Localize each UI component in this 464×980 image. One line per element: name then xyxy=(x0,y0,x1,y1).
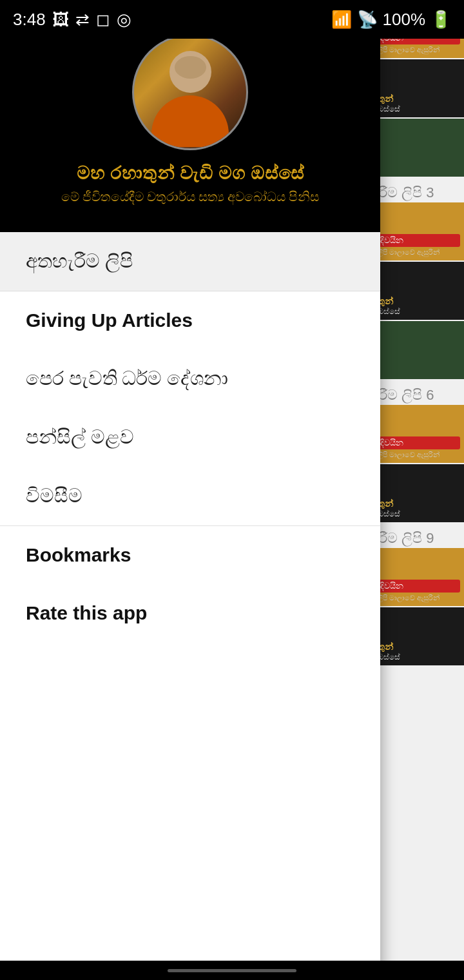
status-left: 3:48 🖼 ⇄ ◻ ◎ xyxy=(13,10,131,30)
drawer-title: මහ රහාතුන් වැඩි මග ඔස්සේ xyxy=(77,163,304,184)
menu-item-giving-up-label: Giving Up Articles xyxy=(26,309,193,331)
peek-text-5a: තුන් xyxy=(378,296,460,307)
peek-card-9: දිවයින ලිපි මාලාවේ ඇසුරින් xyxy=(374,548,464,606)
peek-card-2: තුන් ඔස්සේ xyxy=(374,59,464,117)
peek-sub-4: ලිපි මාලාවේ ඇසුරින් xyxy=(378,248,460,257)
peek-text-10a: තුන් xyxy=(378,642,460,652)
number-label-6: රීම ලිපි 6 xyxy=(374,380,464,405)
menu-item-giving-up[interactable]: Giving Up Articles xyxy=(0,291,380,349)
navigation-drawer: මහ රහාතුන් වැඩි මග ඔස්සේ මේ ජීවිතයේදීම ච… xyxy=(0,0,380,980)
peek-card-5: තුන් ඔස්සේ xyxy=(374,262,464,320)
peek-sub-7: ලිපි මාලාවේ ඇසුරින් xyxy=(378,451,460,459)
circle-icon: ◎ xyxy=(117,10,131,30)
drawer-subtitle: මේ ජීවිතයේදීම චතුරාර්ය සත්‍ය අවබෝධය පිනි… xyxy=(61,190,319,204)
peek-text-8b: ඔස්සේ xyxy=(378,509,460,518)
menu-item-athahareema-label: අතහැරීම ලිපි xyxy=(26,250,133,273)
battery-display: 100% xyxy=(383,10,426,30)
status-bar: 3:48 🖼 ⇄ ◻ ◎ 📶 📡 100% 🔋 xyxy=(0,0,464,39)
swap-icon: ⇄ xyxy=(75,10,90,30)
menu-section-1: අතහැරීම ලිපි xyxy=(0,232,380,291)
bottom-home-indicator xyxy=(168,969,296,972)
content-behind: දිවයින ලිපි මාලාවේ ඇසුරින් තුන් ඔස්සේ රී… xyxy=(374,0,464,980)
peek-label-red-7: දිවයින xyxy=(378,436,460,449)
menu-item-pera[interactable]: පෙර පැවති ධර්ම දේශනා xyxy=(0,349,380,408)
photo-icon: 🖼 xyxy=(52,10,69,30)
number-label-9: රීම ලිපි 9 xyxy=(374,524,464,548)
bottom-navigation-bar xyxy=(0,961,464,980)
sim-icon: ◻ xyxy=(96,10,110,30)
avatar xyxy=(132,34,248,150)
peek-card-3 xyxy=(374,119,464,177)
peek-card-10: තුන් ඔස්සේ xyxy=(374,607,464,665)
wifi-icon: 📶 xyxy=(331,10,352,30)
peek-text-5b: ඔස්සේ xyxy=(378,307,460,316)
menu-item-rate[interactable]: Rate this app xyxy=(0,584,380,642)
menu-item-pansi-label: පන්සිල් මළව xyxy=(26,426,134,449)
peek-card-8: තුන් ඔස්සේ xyxy=(374,464,464,522)
peek-label-red-4: දිවයින xyxy=(378,234,460,247)
peek-text-10b: ඔස්සේ xyxy=(378,652,460,662)
menu-item-vimasim[interactable]: විමසීම xyxy=(0,467,380,525)
peek-text-2b: ඔස්සේ xyxy=(378,104,460,113)
number-label-3: රීම ලිපි 3 xyxy=(374,178,464,202)
peek-text-2a: තුන් xyxy=(378,93,460,104)
peek-card-7: දිවයින ලිපි මාලාවේ ඇසුරින් xyxy=(374,405,464,463)
battery-icon: 🔋 xyxy=(430,10,451,30)
signal-icon: 📡 xyxy=(357,10,378,30)
menu-item-rate-label: Rate this app xyxy=(26,602,147,624)
menu-item-pera-label: පෙර පැවති ධර්ම දේශනා xyxy=(26,368,228,390)
peek-card-6 xyxy=(374,321,464,379)
peek-label-red-9: දිවයින xyxy=(378,580,460,593)
peek-text-8a: තුන් xyxy=(378,498,460,509)
menu-item-pansi[interactable]: පන්සිල් මළව xyxy=(0,408,380,467)
status-right: 📶 📡 100% 🔋 xyxy=(331,10,452,30)
peek-sub-1: ලිපි මාලාවේ ඇසුරින් xyxy=(378,46,460,54)
menu-item-vimasim-label: විමසීම xyxy=(26,485,82,507)
menu-item-athahareema[interactable]: අතහැරීම ලිපි xyxy=(0,232,380,291)
time-display: 3:48 xyxy=(13,10,46,30)
peek-sub-9: ලිපි මාලාවේ ඇසුරින් xyxy=(378,594,460,602)
peek-card-4: දිවයින ලිපි මාලාවේ ඇසුරින් xyxy=(374,202,464,260)
menu-item-bookmarks[interactable]: Bookmarks xyxy=(0,526,380,584)
menu-item-bookmarks-label: Bookmarks xyxy=(26,544,131,566)
